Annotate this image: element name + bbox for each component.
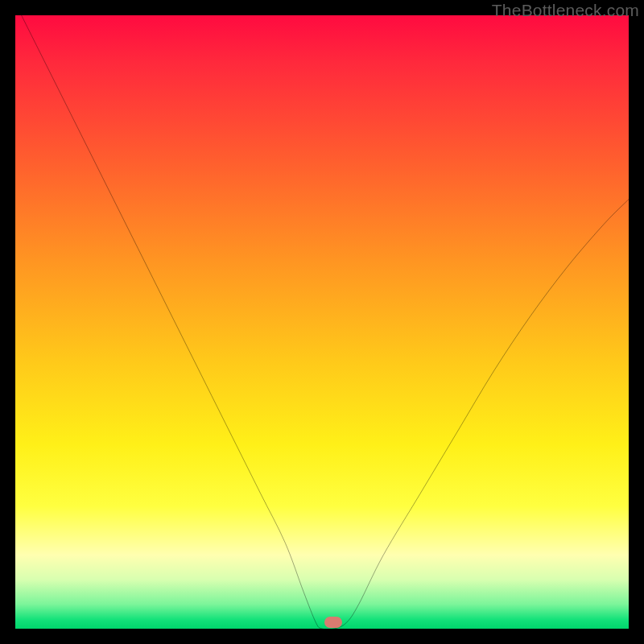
watermark-text: TheBottleneck.com xyxy=(492,1,639,20)
chart-frame: TheBottleneck.com xyxy=(0,0,644,644)
plot-area xyxy=(15,15,629,629)
optimum-marker xyxy=(324,617,342,628)
bottleneck-curve xyxy=(15,15,629,629)
